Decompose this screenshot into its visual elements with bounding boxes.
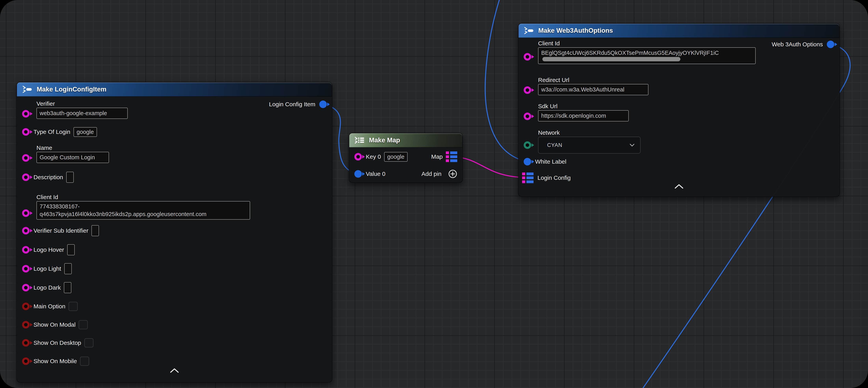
wire-map-to-login-config[interactable] (454, 157, 525, 177)
pin-label: Client Id (36, 193, 332, 201)
pin-row-type-of-login: Type Of Login google (17, 126, 332, 138)
sdk-url-input[interactable]: https://sdk.openlogin.com (538, 110, 629, 121)
node-header[interactable]: Make Web3AuthOptions (519, 24, 839, 38)
node-header[interactable]: Make Map (349, 133, 462, 147)
chevron-down-icon (629, 144, 634, 147)
pin-row-value0-addpin: Value 0 Add pin (349, 168, 462, 180)
pin-row-verifier: Verifier web3auth-google-example (17, 100, 332, 119)
client-id-line2: q463s7kpvja16l4l0kko3nb925ikds2p.apps.go… (40, 210, 247, 218)
node-make-web3authoptions[interactable]: Make Web3AuthOptions Web 3Auth Options C… (518, 23, 840, 197)
pin-key0[interactable] (354, 153, 362, 160)
node-title: Make Map (369, 137, 400, 144)
pin-row-show-on-mobile: Show On Mobile (17, 355, 332, 367)
node-title: Make LoginConfigItem (37, 86, 106, 93)
show-on-modal-checkbox[interactable] (79, 320, 88, 329)
pin-row-sdk-url: Sdk Url https://sdk.openlogin.com (519, 102, 839, 121)
pin-label: Value 0 (366, 171, 385, 177)
pin-label: Network (538, 129, 839, 137)
pin-label: Logo Light (33, 265, 61, 272)
redirect-url-input[interactable]: w3a://com.w3a.Web3AuthUnreal (538, 84, 648, 95)
pin-sdk-url[interactable] (524, 113, 531, 120)
pin-white-label[interactable] (524, 158, 531, 166)
pin-description[interactable] (22, 174, 30, 181)
pin-client-id[interactable] (524, 53, 531, 61)
key0-input[interactable]: google (384, 152, 408, 162)
pin-label: Verifier Sub Identifier (33, 227, 88, 234)
make-struct-icon (524, 27, 534, 34)
pin-show-on-desktop[interactable] (22, 339, 30, 347)
add-pin-label: Add pin (422, 171, 441, 177)
pin-verifier[interactable] (22, 110, 30, 118)
description-input[interactable] (66, 172, 74, 183)
pin-label: Verifier (36, 100, 332, 108)
pin-row-logo-hover: Logo Hover (17, 243, 332, 256)
logo-hover-input[interactable] (67, 244, 75, 255)
client-id-input[interactable]: BEglQSgt4cUWcj6SKRdu5QkOXTsePmMcusG5EAoy… (538, 47, 756, 64)
pin-label: Login Config (537, 175, 570, 181)
name-input[interactable]: Google Custom Login (36, 152, 109, 163)
show-on-mobile-checkbox[interactable] (80, 357, 89, 366)
pin-type-of-login[interactable] (22, 128, 30, 136)
pin-redirect-url[interactable] (524, 86, 531, 94)
pin-row-white-label: White Label (519, 155, 839, 168)
verifier-input[interactable]: web3auth-google-example (36, 108, 128, 119)
pin-logo-dark[interactable] (22, 284, 30, 291)
show-on-desktop-checkbox[interactable] (84, 338, 93, 348)
collapse-chevron-icon[interactable] (170, 368, 179, 373)
pin-label: Show On Mobile (33, 358, 77, 364)
pin-verifier-sub-identifier[interactable] (22, 227, 30, 234)
pin-row-key0-map: Key 0 google Map (349, 150, 462, 163)
h-scrollbar[interactable] (542, 57, 680, 61)
network-dropdown[interactable]: CYAN (538, 137, 641, 154)
pin-row-name: Name Google Custom Login (17, 144, 332, 163)
pin-logo-light[interactable] (22, 265, 30, 272)
add-pin-icon[interactable] (448, 169, 457, 178)
make-map-icon (354, 137, 365, 144)
pin-label: Show On Modal (33, 321, 75, 328)
pin-label: Map (431, 153, 443, 160)
pin-label: Description (33, 174, 63, 181)
pin-login-config[interactable] (522, 173, 533, 183)
pin-client-id[interactable] (22, 209, 30, 217)
logo-dark-input[interactable] (64, 282, 71, 293)
node-make-loginconfigitem[interactable]: Make LoginConfigItem Login Config Item V… (17, 82, 332, 383)
node-title: Make Web3AuthOptions (538, 27, 613, 34)
pin-label: Name (36, 144, 332, 152)
pin-row-logo-light: Logo Light (17, 262, 332, 275)
blueprint-graph-canvas[interactable]: Make LoginConfigItem Login Config Item V… (0, 0, 868, 388)
pin-label: Logo Dark (33, 284, 61, 291)
pin-row-main-option: Main Option (17, 300, 332, 313)
pin-label: Key 0 (366, 153, 381, 160)
pin-row-client-id: Client Id 774338308167- q463s7kpvja16l4l… (17, 193, 332, 220)
pin-label: Logo Hover (33, 246, 64, 253)
pin-label: White Label (535, 158, 566, 165)
pin-show-on-mobile[interactable] (22, 357, 30, 365)
make-struct-icon (22, 86, 33, 93)
logo-light-input[interactable] (64, 263, 72, 274)
pin-logo-hover[interactable] (22, 246, 30, 253)
network-selected-value: CYAN (547, 142, 562, 148)
client-id-line1: 774338308167- (40, 203, 247, 210)
pin-label: Client Id (538, 39, 839, 47)
pin-row-login-config: Login Config (519, 172, 839, 184)
pin-label: Sdk Url (538, 102, 839, 110)
verifier-sub-identifier-input[interactable] (91, 225, 99, 236)
collapse-chevron-icon[interactable] (675, 184, 684, 189)
pin-name[interactable] (22, 154, 30, 162)
pin-row-show-on-modal: Show On Modal (17, 319, 332, 331)
pin-network[interactable] (524, 141, 531, 149)
type-of-login-input[interactable]: google (73, 127, 97, 137)
pin-show-on-modal[interactable] (22, 321, 30, 328)
pin-row-logo-dark: Logo Dark (17, 281, 332, 294)
pin-map-output[interactable] (446, 151, 457, 162)
pin-row-network: Network CYAN (519, 129, 839, 154)
pin-label: Main Option (33, 303, 65, 310)
node-header[interactable]: Make LoginConfigItem (17, 82, 332, 97)
client-id-input[interactable]: 774338308167- q463s7kpvja16l4l0kko3nb925… (36, 201, 250, 220)
pin-label: Show On Desktop (33, 339, 81, 346)
node-make-map[interactable]: Make Map Key 0 google Map Value 0 Add pi… (349, 133, 463, 183)
pin-label: Redirect Url (538, 76, 839, 84)
pin-main-option[interactable] (22, 303, 30, 310)
pin-value0[interactable] (354, 170, 362, 178)
main-option-checkbox[interactable] (69, 302, 78, 311)
